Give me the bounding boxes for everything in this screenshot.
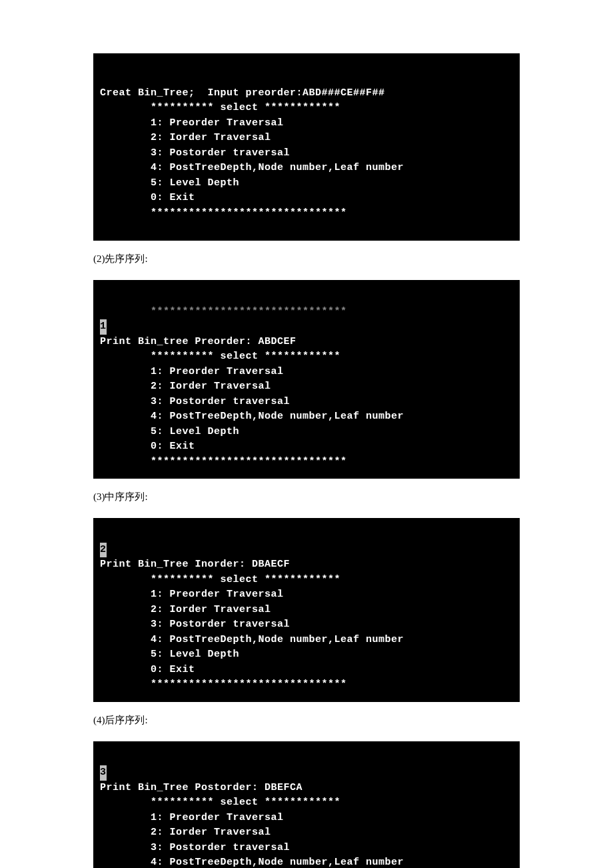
terminal-line: *******************************	[100, 679, 347, 690]
terminal-block-4: 3 Print Bin_Tree Postorder: DBEFCA *****…	[93, 741, 520, 869]
terminal-line: *******************************	[100, 207, 347, 219]
terminal-line: 3: Postorder traversal	[100, 842, 290, 853]
terminal-line: 0: Exit	[100, 664, 195, 675]
terminal-line: Print Bin_tree Preorder: ABDCEF	[100, 336, 297, 347]
cursor-input: 2	[100, 543, 107, 558]
terminal-line: 4: PostTreeDepth,Node number,Leaf number	[100, 411, 404, 422]
terminal-block-2: ******************************* 1 Print …	[93, 280, 520, 479]
terminal-line: 3: Postorder traversal	[100, 147, 290, 159]
terminal-line: 0: Exit	[100, 441, 195, 452]
terminal-line: 1: Preorder Traversal	[100, 812, 284, 823]
terminal-line: Print Bin_Tree Inorder: DBAECF	[100, 559, 290, 570]
terminal-block-3: 2 Print Bin_Tree Inorder: DBAECF *******…	[93, 518, 520, 702]
caption-postorder: (4)后序序列:	[93, 714, 520, 727]
terminal-line: ********** select ************	[100, 102, 340, 113]
terminal-line: 5: Level Depth	[100, 177, 239, 189]
terminal-line: Print Bin_Tree Postorder: DBEFCA	[100, 782, 303, 793]
terminal-line: 0: Exit	[100, 192, 195, 203]
terminal-line: *******************************	[100, 456, 347, 467]
cursor-input: 3	[100, 765, 107, 781]
cursor-input: 1	[100, 319, 107, 335]
terminal-line: 2: Iorder Traversal	[100, 604, 271, 615]
terminal-line: 1: Preorder Traversal	[100, 117, 284, 129]
terminal-line: 5: Level Depth	[100, 649, 239, 660]
caption-inorder: (3)中序序列:	[93, 491, 520, 503]
terminal-line: ********** select ************	[100, 351, 340, 362]
terminal-line: 1: Preorder Traversal	[100, 366, 284, 377]
terminal-line: 4: PostTreeDepth,Node number,Leaf number	[100, 162, 404, 173]
terminal-line: 2: Iorder Traversal	[100, 827, 271, 838]
terminal-line: Creat Bin_Tree; Input preorder:ABD###CE#…	[100, 87, 385, 99]
terminal-line: 2: Iorder Traversal	[100, 132, 271, 143]
caption-preorder: (2)先序序列:	[93, 253, 520, 265]
terminal-line: 3: Postorder traversal	[100, 619, 290, 630]
terminal-line: 2: Iorder Traversal	[100, 381, 271, 392]
terminal-line: 4: PostTreeDepth,Node number,Leaf number	[100, 634, 404, 645]
terminal-block-1: Creat Bin_Tree; Input preorder:ABD###CE#…	[93, 53, 520, 241]
terminal-line: 5: Level Depth	[100, 426, 239, 437]
terminal-line: ********** select ************	[100, 797, 340, 808]
terminal-line: 4: PostTreeDepth,Node number,Leaf number	[100, 857, 404, 868]
terminal-line-faded: *******************************	[100, 306, 347, 317]
terminal-line: 3: Postorder traversal	[100, 396, 290, 407]
terminal-line: 1: Preorder Traversal	[100, 589, 284, 600]
terminal-line: ********** select ************	[100, 574, 340, 585]
